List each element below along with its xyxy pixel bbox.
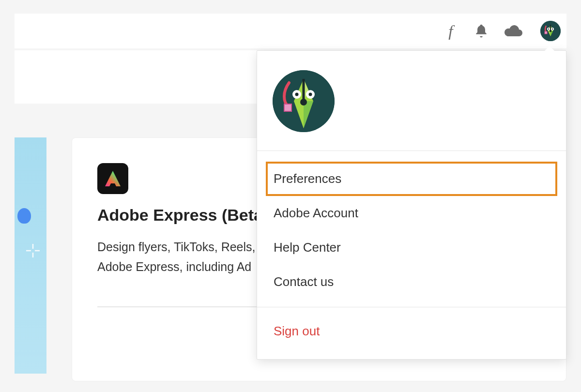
app-desc-line1: Design flyers, TikToks, Reels, — [97, 240, 256, 254]
side-preview-strip — [15, 137, 46, 374]
svg-rect-2 — [545, 31, 547, 34]
crosshair-icon — [25, 243, 41, 260]
signout-section: Sign out — [257, 307, 566, 359]
topbar: f — [15, 14, 566, 48]
account-dropdown: Preferences Adobe Account Help Center Co… — [257, 50, 566, 360]
menu-item-preferences[interactable]: Preferences — [266, 162, 557, 196]
cloud-icon[interactable] — [503, 24, 524, 38]
decorative-blob — [17, 208, 31, 224]
menu-item-help-center[interactable]: Help Center — [266, 230, 557, 265]
menu-item-sign-out[interactable]: Sign out — [266, 315, 557, 347]
svg-rect-14 — [284, 104, 291, 111]
svg-point-7 — [552, 29, 553, 30]
avatar-button[interactable] — [540, 21, 561, 41]
adobe-express-icon — [97, 163, 128, 194]
svg-point-19 — [309, 93, 312, 96]
dropdown-header — [257, 51, 566, 151]
svg-point-5 — [548, 29, 549, 30]
bell-icon[interactable] — [474, 23, 489, 39]
menu-item-adobe-account[interactable]: Adobe Account — [266, 196, 557, 230]
svg-point-20 — [300, 99, 307, 106]
font-icon[interactable]: f — [445, 22, 460, 40]
app-desc-line2: Adobe Express, including Ad — [97, 260, 251, 273]
svg-text:f: f — [448, 22, 455, 40]
menu-item-contact-us[interactable]: Contact us — [266, 265, 557, 299]
svg-point-8 — [550, 30, 551, 32]
avatar-large — [273, 70, 335, 132]
svg-point-17 — [295, 93, 299, 96]
dropdown-menu-list: Preferences Adobe Account Help Center Co… — [257, 151, 566, 307]
